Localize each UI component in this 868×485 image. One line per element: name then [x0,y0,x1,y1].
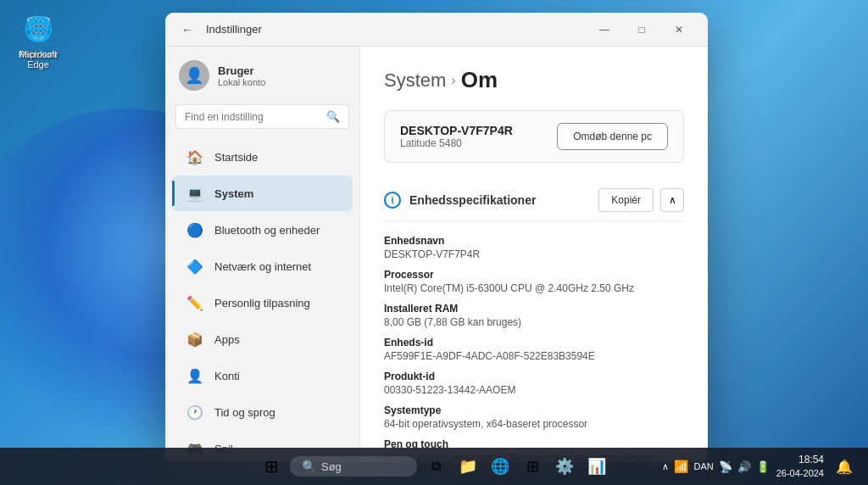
language-indicator: DAN [693,461,713,471]
tid-icon: 🕐 [186,403,204,421]
breadcrumb-arrow: › [451,73,455,88]
battery-icon: 🔋 [756,460,770,473]
spec-label-5: Systemtype [384,404,684,416]
startside-icon: 🏠 [186,148,204,166]
konti-icon: 👤 [186,366,204,385]
tray-arrow[interactable]: ∧ [662,461,669,472]
apps-icon: 📦 [186,330,204,348]
spec-label-3: Enheds-id [384,337,684,348]
close-button[interactable]: ✕ [660,16,698,43]
edge-label: Microsoft Edge [12,49,64,70]
user-avatar: 👤 [179,60,209,91]
wifi-icon: 📶 [674,460,688,473]
extra-app-button[interactable]: 📊 [583,453,610,480]
desktop-icon-edge[interactable]: 🌐 Microsoft Edge [8,8,68,73]
sidebar-item-tid[interactable]: 🕐 Tid og sprog [172,394,353,430]
device-model: Latitude 5480 [400,137,513,149]
system-icon: 💻 [186,184,204,203]
taskbar-search-label: Søg [321,460,342,473]
clock-date: 26-04-2024 [776,467,824,480]
breadcrumb: System › Om [384,67,684,93]
avatar-icon: 👤 [185,66,203,85]
breadcrumb-current: Om [461,67,498,93]
spec-row-3: Enheds-id AF599F1E-A9DF-4ADC-A08F-522E83… [384,337,684,362]
device-name: DESKTOP-V7F7P4R [400,124,513,137]
sidebar-item-label-apps: Apps [214,333,240,346]
sidebar-search-box[interactable]: 🔍 [175,104,349,129]
spec-row-5: Systemtype 64-bit operativsystem, x64-ba… [384,404,684,430]
edge-taskbar-button[interactable]: 🌐 [487,453,514,480]
settings-window: ← Indstillinger — □ ✕ 👤 Bruger [165,13,708,462]
specs-title: Enhedsspecifikationer [409,193,536,207]
sidebar-item-label-konti: Konti [214,370,240,382]
title-bar: ← Indstillinger — □ ✕ [165,13,708,47]
spec-label-2: Installeret RAM [384,303,684,315]
title-bar-nav: ← Indstillinger [175,18,586,42]
clock-time: 18:54 [776,453,824,467]
sidebar-item-konti[interactable]: 👤 Konti [172,358,353,393]
spec-label-1: Processor [384,269,684,281]
specs-header: i Enhedsspecifikationer Kopiér ∧ [384,180,684,221]
spec-value-5: 64-bit operativsystem, x64-baseret proce… [384,418,684,430]
personlig-icon: ✏️ [186,293,204,312]
window-title: Indstillinger [206,23,262,36]
sidebar-item-label-netvaerk: Netværk og internet [214,260,311,273]
spec-value-4: 00330-51223-13442-AAOEM [384,384,684,396]
sidebar-item-label-tid: Tid og sprog [214,406,275,419]
back-button[interactable]: ← [175,18,199,42]
user-section: 👤 Bruger Lokal konto [165,53,359,104]
main-content: System › Om DESKTOP-V7F7P4R Latitude 548… [360,47,708,462]
notification-button[interactable]: 🔔 [831,453,858,480]
sidebar-item-label-bluetooth: Bluetooth og enheder [214,224,320,237]
sidebar-item-apps[interactable]: 📦 Apps [172,321,353,357]
search-icon: 🔍 [326,110,340,123]
sidebar-item-bluetooth[interactable]: 🔵 Bluetooth og enheder [172,212,353,248]
taskbar-time[interactable]: 18:54 26-04-2024 [776,453,824,480]
system-tray: ∧ 📶 DAN 📡 🔊 🔋 [662,460,769,473]
specs-actions: Kopiér ∧ [598,188,684,212]
taskbar-search[interactable]: 🔍 Søg [290,456,417,477]
spec-value-3: AF599F1E-A9DF-4ADC-A08F-522E83B3594E [384,350,684,362]
sidebar-item-netvaerk[interactable]: 🔷 Netværk og internet [172,248,353,284]
task-view-button[interactable]: ⧉ [422,453,449,480]
sidebar-search-input[interactable] [185,111,320,123]
desktop: 🗑️ Papirkurv 🌐 Microsoft Edge ← Indstill… [0,0,868,485]
sidebar-item-label-startside: Startside [214,151,258,164]
user-type: Lokal konto [218,77,265,87]
specs-title-row: i Enhedsspecifikationer [384,192,536,209]
sidebar-item-system[interactable]: 💻 System [172,176,353,211]
spec-row-4: Produkt-id 00330-51223-13442-AAOEM [384,371,684,396]
sidebar-item-startside[interactable]: 🏠 Startside [172,139,353,175]
maximize-button[interactable]: □ [623,16,660,43]
taskbar-right: ∧ 📶 DAN 📡 🔊 🔋 18:54 26-04-2024 🔔 [662,453,858,480]
spec-value-2: 8,00 GB (7,88 GB kan bruges) [384,316,684,328]
file-explorer-button[interactable]: 📁 [454,453,481,480]
spec-row-0: Enhedsnavn DESKTOP-V7F7P4R [384,235,684,260]
spec-value-0: DESKTOP-V7F7P4R [384,248,684,260]
nav-items-container: 🏠 Startside 💻 System 🔵 Bluetooth og enhe… [165,139,359,462]
collapse-button[interactable]: ∧ [660,188,684,212]
spec-label-4: Produkt-id [384,371,684,382]
volume-icon: 🔊 [737,460,751,473]
start-button[interactable]: ⊞ [258,453,285,480]
store-button[interactable]: ⊞ [519,453,546,480]
settings-taskbar-button[interactable]: ⚙️ [551,453,578,480]
sidebar-item-personlig[interactable]: ✏️ Personlig tilpasning [172,285,353,321]
taskbar: ⊞ 🔍 Søg ⧉ 📁 🌐 ⊞ ⚙️ 📊 ∧ 📶 DAN 📡 🔊 🔋 18:5 [0,448,868,485]
spec-value-1: Intel(R) Core(TM) i5-6300U CPU @ 2.40GHz… [384,282,684,294]
minimize-button[interactable]: — [586,16,623,43]
sidebar: 👤 Bruger Lokal konto 🔍 🏠 Startside 💻 Sys… [165,47,360,462]
collapse-icon: ∧ [669,194,676,206]
rename-pc-button[interactable]: Omdøb denne pc [557,123,668,150]
sidebar-item-label-system: System [214,187,253,200]
info-icon: i [384,192,401,209]
spec-rows-container: Enhedsnavn DESKTOP-V7F7P4R Processor Int… [384,235,684,462]
taskbar-search-icon: 🔍 [302,460,316,473]
copy-button[interactable]: Kopiér [598,188,654,212]
sidebar-item-label-personlig: Personlig tilpasning [214,297,310,309]
window-controls: — □ ✕ [586,16,698,43]
window-body: 👤 Bruger Lokal konto 🔍 🏠 Startside 💻 Sys… [165,47,708,462]
user-name: Bruger [218,64,265,77]
spec-row-1: Processor Intel(R) Core(TM) i5-6300U CPU… [384,269,684,294]
breadcrumb-parent: System [384,70,446,92]
